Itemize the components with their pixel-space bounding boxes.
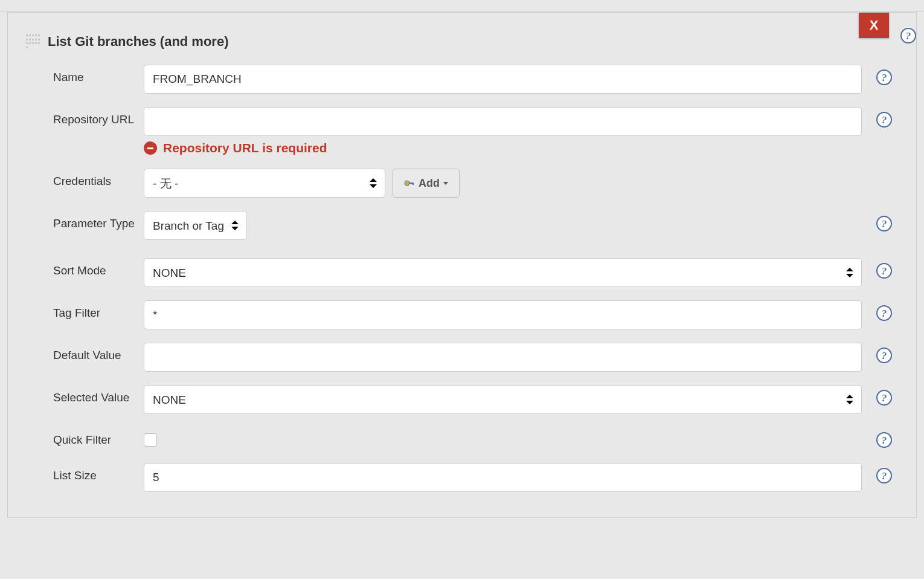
- top-bar: [0, 0, 924, 12]
- help-icon[interactable]: ?: [900, 28, 916, 44]
- label-credentials: Credentials: [26, 169, 144, 188]
- svg-text:?: ?: [882, 308, 887, 319]
- label-tag-filter: Tag Filter: [26, 300, 144, 320]
- error-icon: [144, 141, 157, 155]
- label-quick-filter: Quick Filter: [26, 427, 144, 447]
- param-type-select[interactable]: Branch or Tag: [144, 211, 247, 240]
- credentials-select[interactable]: - 无 -: [144, 169, 385, 198]
- list-size-input[interactable]: [144, 463, 862, 492]
- key-icon: [404, 178, 415, 189]
- help-icon[interactable]: ?: [876, 468, 892, 484]
- help-icon[interactable]: ?: [876, 432, 892, 448]
- label-name: Name: [26, 65, 144, 84]
- add-btn-label: Add: [419, 177, 440, 190]
- row-quick-filter: Quick Filter ?: [26, 427, 892, 450]
- svg-text:?: ?: [906, 30, 911, 42]
- row-default-value: Default Value ?: [26, 343, 892, 372]
- section-header: List Git branches (and more) ?: [26, 25, 892, 50]
- label-sort-mode: Sort Mode: [26, 258, 144, 277]
- svg-point-9: [405, 181, 409, 186]
- row-credentials: Credentials - 无 - Add: [26, 169, 892, 198]
- help-icon[interactable]: ?: [876, 263, 892, 279]
- quick-filter-checkbox[interactable]: [144, 433, 157, 447]
- svg-text:?: ?: [882, 350, 887, 361]
- row-repo-url: Repository URL ? Repository URL is requi…: [26, 107, 892, 155]
- row-selected-value: Selected Value NONE ?: [26, 385, 892, 414]
- name-input[interactable]: [144, 65, 862, 94]
- help-icon[interactable]: ?: [876, 305, 892, 321]
- svg-text:?: ?: [882, 470, 887, 482]
- tag-filter-input[interactable]: [144, 300, 862, 329]
- drag-handle-icon[interactable]: [26, 34, 40, 49]
- chevron-down-icon: [443, 181, 448, 186]
- svg-text:?: ?: [882, 435, 887, 446]
- add-credentials-button[interactable]: Add: [393, 169, 460, 198]
- svg-text:?: ?: [882, 218, 887, 230]
- svg-text:?: ?: [882, 392, 887, 404]
- help-icon[interactable]: ?: [876, 348, 892, 363]
- row-sort-mode: Sort Mode NONE ?: [26, 258, 892, 287]
- selected-value-select[interactable]: NONE: [144, 385, 862, 414]
- section-title: List Git branches (and more): [48, 34, 229, 50]
- svg-text:?: ?: [882, 114, 887, 126]
- svg-text:?: ?: [882, 72, 887, 83]
- row-list-size: List Size ?: [26, 463, 892, 492]
- repo-url-input[interactable]: [144, 107, 862, 136]
- svg-text:?: ?: [882, 265, 887, 277]
- label-repo-url: Repository URL: [26, 107, 144, 126]
- config-panel: X List Git branches (and more) ? Name ? …: [7, 12, 917, 518]
- label-default-value: Default Value: [26, 343, 144, 362]
- help-icon[interactable]: ?: [876, 216, 892, 231]
- repo-url-error: Repository URL is required: [144, 141, 862, 155]
- label-list-size: List Size: [26, 463, 144, 482]
- row-name: Name ?: [26, 65, 892, 94]
- row-param-type: Parameter Type Branch or Tag ?: [26, 211, 892, 240]
- label-param-type: Parameter Type: [26, 211, 144, 230]
- sort-mode-select[interactable]: NONE: [144, 258, 862, 287]
- close-button[interactable]: X: [859, 13, 889, 38]
- help-icon[interactable]: ?: [876, 390, 892, 406]
- svg-rect-11: [412, 183, 414, 185]
- help-icon[interactable]: ?: [876, 112, 892, 128]
- default-value-input[interactable]: [144, 343, 862, 372]
- help-icon[interactable]: ?: [876, 70, 892, 85]
- error-text: Repository URL is required: [163, 141, 327, 155]
- row-tag-filter: Tag Filter ?: [26, 300, 892, 329]
- svg-marker-12: [443, 182, 448, 185]
- label-selected-value: Selected Value: [26, 385, 144, 404]
